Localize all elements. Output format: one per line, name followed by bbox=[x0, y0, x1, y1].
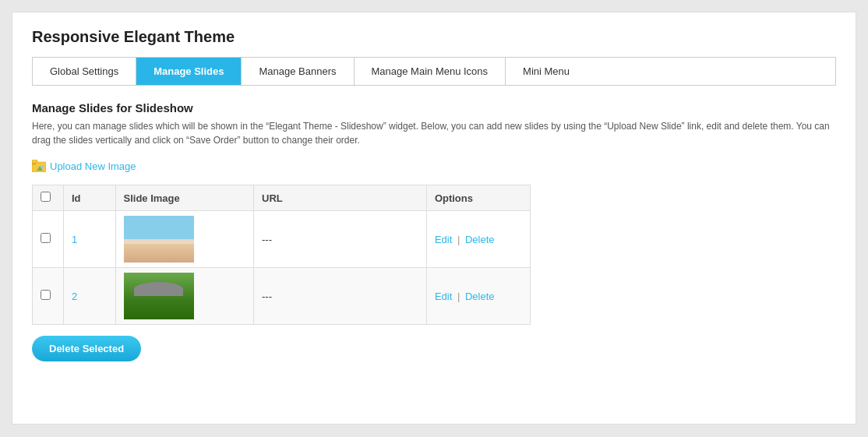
row2-separator: | bbox=[457, 291, 460, 302]
upload-icon bbox=[32, 160, 46, 172]
tab-manage-slides[interactable]: Manage Slides bbox=[136, 58, 242, 85]
row2-slide-image bbox=[124, 273, 194, 319]
row1-checkbox-cell bbox=[33, 211, 64, 268]
tab-manage-main-menu-icons[interactable]: Manage Main Menu Icons bbox=[355, 58, 506, 85]
row2-id: 2 bbox=[63, 268, 115, 325]
row2-checkbox-cell bbox=[33, 268, 64, 325]
header-slide-image: Slide Image bbox=[115, 185, 254, 211]
row1-options: Edit | Delete bbox=[426, 211, 530, 268]
row1-edit-link[interactable]: Edit bbox=[435, 234, 452, 245]
tabs-bar: Global Settings Manage Slides Manage Ban… bbox=[32, 57, 836, 86]
tab-manage-banners[interactable]: Manage Banners bbox=[242, 58, 354, 85]
row1-checkbox[interactable] bbox=[41, 233, 51, 243]
row2-image-cell bbox=[115, 268, 254, 325]
row1-id: 1 bbox=[63, 211, 115, 268]
tab-global-settings[interactable]: Global Settings bbox=[33, 58, 136, 85]
svg-rect-2 bbox=[32, 160, 37, 163]
row2-delete-link[interactable]: Delete bbox=[465, 291, 495, 302]
header-checkbox-col bbox=[33, 185, 64, 211]
header-id: Id bbox=[63, 185, 115, 211]
tab-mini-menu[interactable]: Mini Menu bbox=[506, 58, 587, 85]
row1-url: --- bbox=[254, 211, 427, 268]
delete-selected-button[interactable]: Delete Selected bbox=[32, 336, 141, 361]
table-row: 1 --- Edit | Delete bbox=[33, 211, 531, 268]
section-description: Here, you can manage slides which will b… bbox=[32, 119, 836, 147]
row2-url: --- bbox=[254, 268, 427, 325]
row1-slide-image bbox=[124, 216, 194, 263]
page-title: Responsive Elegant Theme bbox=[32, 28, 836, 46]
upload-new-image-link[interactable]: Upload New Image bbox=[32, 160, 136, 172]
page-wrapper: Responsive Elegant Theme Global Settings… bbox=[12, 12, 856, 425]
select-all-checkbox[interactable] bbox=[41, 192, 51, 202]
section-title: Manage Slides for Slideshow bbox=[32, 101, 836, 115]
row2-checkbox[interactable] bbox=[41, 290, 51, 300]
table-row: 2 --- Edit | Delete bbox=[33, 268, 531, 325]
row1-image-cell bbox=[115, 211, 254, 268]
upload-link-label: Upload New Image bbox=[50, 160, 136, 172]
row1-delete-link[interactable]: Delete bbox=[465, 234, 495, 245]
table-header-row: Id Slide Image URL Options bbox=[33, 185, 531, 211]
slides-table: Id Slide Image URL Options 1 --- Edit | bbox=[32, 185, 531, 325]
header-options: Options bbox=[426, 185, 530, 211]
row1-separator: | bbox=[457, 234, 460, 245]
header-url: URL bbox=[254, 185, 427, 211]
row2-edit-link[interactable]: Edit bbox=[435, 291, 452, 302]
row2-options: Edit | Delete bbox=[426, 268, 530, 325]
